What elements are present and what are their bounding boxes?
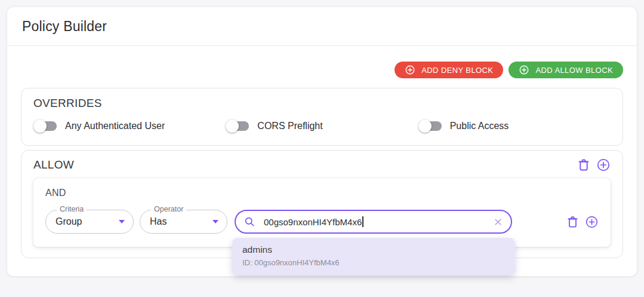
toggle-label: Public Access	[450, 121, 509, 131]
group-search-input[interactable]: 00gso9nxonHI4YfbM4x6	[235, 210, 512, 234]
trash-icon	[577, 158, 591, 172]
criteria-select-label: Criteria	[57, 205, 87, 213]
toggle-item-public-access: Public Access	[418, 119, 611, 133]
plus-circle-icon	[519, 65, 529, 75]
page-title: Policy Builder	[22, 19, 107, 35]
suggestion-id: ID: 00gso9nxonHI4YfbM4x6	[242, 258, 505, 267]
rule-row-actions	[566, 215, 599, 229]
rule-group-card: AND Criteria Group Operator Has	[33, 178, 611, 247]
close-icon	[492, 216, 504, 228]
delete-allow-block-button[interactable]	[577, 158, 591, 172]
overrides-section: OVERRIDES Any Authenticated User CORS Pr…	[21, 88, 623, 146]
card-header: Policy Builder	[7, 7, 637, 46]
add-allow-block-label: ADD ALLOW BLOCK	[535, 66, 613, 75]
plus-circle-icon	[585, 215, 599, 229]
card-body: ADD DENY BLOCK ADD ALLOW BLOCK OVERRIDES…	[7, 62, 637, 258]
toggle-item-cors-preflight: CORS Preflight	[226, 119, 418, 133]
delete-rule-button[interactable]	[566, 215, 580, 229]
allow-block-section: ALLOW AND Criteria Group	[21, 150, 623, 258]
toggle-thumb	[418, 120, 432, 133]
chevron-down-icon	[119, 220, 125, 223]
toggle-label: CORS Preflight	[257, 121, 322, 131]
search-icon	[244, 216, 255, 228]
allow-block-actions	[577, 158, 611, 172]
public-access-toggle[interactable]	[418, 119, 442, 133]
rule-row: Criteria Group Operator Has 00gso9nxonHI…	[45, 210, 599, 234]
add-rule-button[interactable]	[585, 215, 599, 229]
toggle-thumb	[33, 120, 47, 133]
add-rule-group-button[interactable]	[596, 158, 611, 172]
trash-icon	[566, 215, 580, 229]
criteria-select[interactable]: Criteria Group	[45, 210, 134, 234]
operator-select-label: Operator	[151, 205, 186, 213]
toggle-label: Any Authenticated User	[65, 121, 165, 131]
toolbar: ADD DENY BLOCK ADD ALLOW BLOCK	[21, 62, 623, 78]
allow-block-title: ALLOW	[33, 158, 74, 172]
search-input-value: 00gso9nxonHI4YfbM4x6	[264, 217, 362, 227]
criteria-select-value: Group	[56, 216, 82, 227]
plus-circle-icon	[596, 158, 611, 172]
overrides-toggles: Any Authenticated User CORS Preflight Pu…	[33, 119, 611, 133]
group-search-wrap: 00gso9nxonHI4YfbM4x6 admins ID: 00gso9nx…	[235, 210, 512, 234]
overrides-title: OVERRIDES	[33, 97, 611, 110]
allow-block-header: ALLOW	[33, 158, 611, 172]
operator-select[interactable]: Operator Has	[140, 210, 227, 234]
add-allow-block-button[interactable]: ADD ALLOW BLOCK	[509, 62, 623, 78]
suggestion-name: admins	[242, 244, 505, 255]
operator-select-value: Has	[150, 216, 167, 227]
plus-circle-icon	[405, 65, 415, 75]
policy-builder-card: Policy Builder ADD DENY BLOCK ADD ALLOW …	[7, 7, 637, 276]
add-deny-block-label: ADD DENY BLOCK	[421, 66, 493, 75]
add-deny-block-button[interactable]: ADD DENY BLOCK	[395, 62, 503, 78]
cors-preflight-toggle[interactable]	[226, 119, 249, 133]
suggestion-item-admins[interactable]: admins ID: 00gso9nxonHI4YfbM4x6	[232, 238, 515, 275]
chevron-down-icon	[212, 220, 218, 223]
any-authenticated-user-toggle[interactable]	[33, 119, 57, 133]
conjunction-label: AND	[45, 188, 599, 198]
toggle-item-any-authenticated-user: Any Authenticated User	[33, 119, 226, 133]
suggestion-dropdown: admins ID: 00gso9nxonHI4YfbM4x6	[232, 238, 515, 275]
text-cursor	[362, 216, 363, 227]
clear-search-button[interactable]	[492, 216, 504, 228]
